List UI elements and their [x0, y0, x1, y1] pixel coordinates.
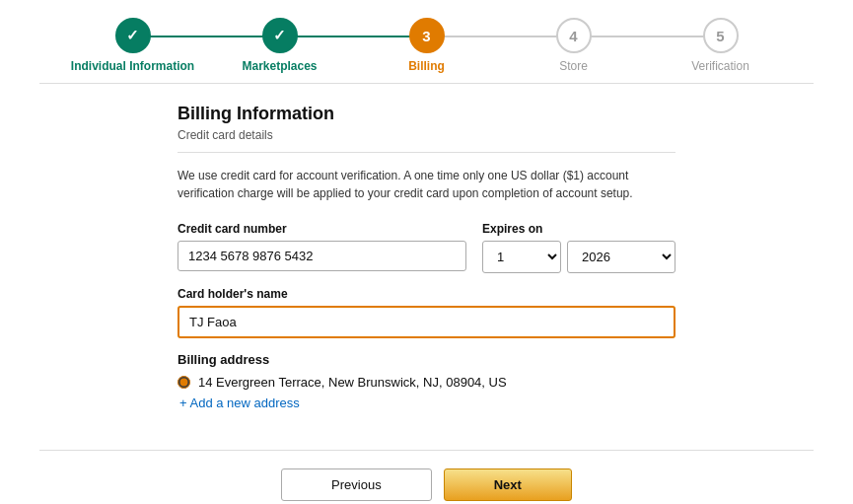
step-circle-verification: 5 [703, 18, 739, 53]
address-text: 14 Evergreen Terrace, New Brunswick, NJ,… [198, 375, 507, 390]
subtitle-divider [178, 152, 675, 153]
add-address-link[interactable]: + Add a new address [179, 396, 300, 410]
expires-group: Expires on 123456789101112 2024202520262… [482, 222, 675, 273]
progress-bar: ✓Individual Information✓Marketplaces3Bil… [0, 0, 853, 83]
cardholder-input[interactable] [178, 306, 675, 338]
step-label-marketplaces: Marketplaces [242, 59, 317, 73]
section-title: Billing Information [178, 104, 675, 124]
progress-step-verification[interactable]: 5Verification [647, 18, 794, 73]
billing-address-section: Billing address 14 Evergreen Terrace, Ne… [178, 352, 675, 410]
address-option: 14 Evergreen Terrace, New Brunswick, NJ,… [178, 375, 675, 390]
progress-step-store[interactable]: 4Store [500, 18, 647, 73]
step-label-billing: Billing [408, 59, 445, 73]
previous-button[interactable]: Previous [281, 468, 432, 501]
credit-card-label: Credit card number [178, 222, 466, 236]
address-radio[interactable] [178, 376, 190, 389]
footer-buttons: Previous Next [0, 451, 853, 504]
step-label-store: Store [559, 59, 588, 73]
section-subtitle: Credit card details [178, 128, 675, 142]
step-label-verification: Verification [691, 59, 749, 73]
step-circle-store: 4 [556, 18, 592, 53]
cardholder-label: Card holder's name [178, 287, 675, 301]
next-button[interactable]: Next [444, 468, 572, 501]
expires-label: Expires on [482, 222, 675, 236]
main-content: Billing Information Credit card details … [0, 84, 853, 430]
expires-selects: 123456789101112 202420252026202720282029… [482, 241, 675, 273]
progress-step-billing[interactable]: 3Billing [353, 18, 500, 73]
step-label-individual-information: Individual Information [71, 59, 194, 73]
progress-step-individual-information[interactable]: ✓Individual Information [59, 18, 206, 73]
step-circle-individual-information: ✓ [115, 18, 151, 53]
billing-address-label: Billing address [178, 352, 675, 367]
cardholder-group: Card holder's name [178, 287, 675, 338]
step-circle-billing: 3 [409, 18, 445, 53]
info-text: We use credit card for account verificat… [178, 167, 675, 202]
step-circle-marketplaces: ✓ [262, 18, 298, 53]
credit-card-row: Credit card number Expires on 1234567891… [178, 222, 675, 273]
expires-month-select[interactable]: 123456789101112 [482, 241, 561, 273]
credit-card-input[interactable] [178, 241, 466, 271]
progress-step-marketplaces[interactable]: ✓Marketplaces [206, 18, 353, 73]
expires-year-select[interactable]: 2024202520262027202820292030 [567, 241, 675, 273]
credit-card-group: Credit card number [178, 222, 466, 273]
